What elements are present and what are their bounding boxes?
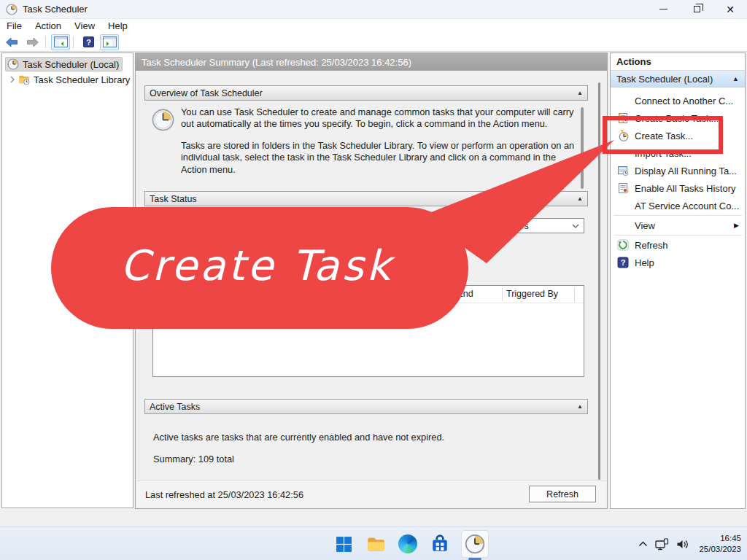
action-label: View: [635, 220, 655, 231]
main-scrollbar[interactable]: [598, 82, 600, 480]
status-period-dropdown[interactable]: Last 24 hours: [468, 218, 584, 233]
close-icon: ✕: [726, 4, 735, 15]
action-create-basic-task[interactable]: Create Basic Task...: [611, 109, 745, 127]
menu-help[interactable]: Help: [101, 20, 134, 31]
collapse-icon[interactable]: ▲: [577, 90, 583, 96]
store-icon: [430, 534, 449, 553]
show-console-tree-button[interactable]: [51, 34, 70, 50]
start-button[interactable]: [333, 533, 355, 555]
column-header-triggered-by[interactable]: Triggered By: [506, 289, 558, 299]
running-tasks-icon: [617, 165, 629, 176]
actions-separator: [614, 235, 742, 236]
action-label: Connect to Another C...: [635, 96, 733, 106]
tray-clock[interactable]: 16:45 25/03/2023: [699, 533, 741, 555]
file-explorer-icon: [366, 534, 386, 554]
action-view[interactable]: View ▶: [611, 217, 745, 234]
collapse-icon[interactable]: ▲: [577, 195, 583, 202]
volume-icon[interactable]: [676, 539, 689, 550]
overview-paragraph-2: Tasks are stored in folders in the Task …: [181, 140, 578, 176]
action-connect-to-another-computer[interactable]: Connect to Another C...: [611, 92, 745, 109]
create-basic-task-icon: [617, 112, 629, 124]
menu-view[interactable]: View: [68, 20, 101, 31]
window-title: Task Scheduler: [23, 4, 88, 15]
tree-item-task-scheduler-library[interactable]: Task Scheduler Library: [2, 72, 133, 87]
tree-item-label: Task Scheduler (Local): [23, 59, 119, 70]
submenu-arrow-icon: ▶: [734, 222, 739, 229]
collapse-icon[interactable]: ▲: [577, 403, 583, 410]
windows-logo-icon: [335, 535, 353, 553]
overview-section-title: Overview of Task Scheduler: [150, 88, 263, 98]
network-icon[interactable]: [655, 538, 669, 551]
menu-bar: File Action View Help: [0, 19, 747, 33]
back-button[interactable]: [2, 34, 21, 50]
chevron-right-icon[interactable]: [7, 76, 18, 83]
help-icon: ?: [617, 257, 629, 268]
main-panel: Task Scheduler Summary (Last refreshed: …: [135, 52, 608, 509]
actions-panel-title: Actions: [611, 53, 745, 71]
actions-group-header[interactable]: Task Scheduler (Local) ▲: [611, 71, 745, 88]
chevron-down-icon: [572, 224, 579, 228]
show-action-pane-button[interactable]: [100, 34, 119, 50]
close-button[interactable]: ✕: [713, 0, 747, 18]
action-pane-icon: [103, 36, 117, 47]
forward-arrow-icon: [26, 37, 39, 47]
restore-button[interactable]: [680, 0, 713, 18]
task-status-section-header[interactable]: Task Status ▲: [144, 191, 588, 206]
action-label: Help: [635, 257, 654, 268]
summary-header: Task Scheduler Summary (Last refreshed: …: [136, 53, 607, 71]
action-label: Refresh: [635, 240, 668, 251]
last-refreshed-text: Last refreshed at 25/03/2023 16:42:56: [145, 489, 303, 500]
tree-item-task-scheduler-local[interactable]: Task Scheduler (Local): [2, 57, 133, 71]
tray-time: 16:45: [699, 533, 741, 544]
actions-separator: [614, 215, 742, 216]
active-tasks-description: Active tasks are tasks that are currentl…: [153, 432, 444, 443]
file-explorer-button[interactable]: [365, 533, 387, 555]
action-help[interactable]: ? Help: [611, 254, 745, 271]
action-label: Create Task...: [635, 131, 693, 141]
action-import-task[interactable]: Import Task...: [611, 144, 745, 162]
menu-action[interactable]: Action: [28, 20, 68, 31]
folder-clock-icon: [18, 74, 30, 85]
action-refresh[interactable]: Refresh: [611, 236, 745, 254]
action-label: Display All Running Ta...: [635, 166, 737, 176]
column-header-run-end[interactable]: Run End: [438, 289, 473, 299]
active-tasks-section-header[interactable]: Active Tasks ▲: [144, 399, 588, 414]
menu-file[interactable]: File: [0, 20, 28, 31]
console-tree-icon: [54, 36, 68, 47]
task-scheduler-icon: [6, 4, 18, 15]
screen: Task Scheduler ✕ File Action View Help: [0, 0, 747, 560]
create-task-icon: [617, 130, 629, 141]
taskbar: 16:45 25/03/2023: [0, 526, 747, 560]
action-create-task[interactable]: Create Task...: [611, 127, 745, 144]
tray-chevron-up-icon[interactable]: [638, 541, 648, 547]
title-bar: Task Scheduler ✕: [0, 0, 747, 19]
forward-button[interactable]: [23, 34, 42, 50]
collapse-icon[interactable]: ▲: [732, 75, 739, 82]
active-tasks-section-title: Active Tasks: [150, 402, 200, 412]
action-enable-all-tasks-history[interactable]: Enable All Tasks History: [611, 179, 745, 197]
restore-icon: [694, 6, 700, 12]
actions-panel: Actions Task Scheduler (Local) ▲ Connect…: [610, 52, 746, 509]
active-tasks-summary: Summary: 109 total: [153, 454, 234, 464]
help-button[interactable]: ?: [79, 34, 98, 50]
task-status-table: Run End Triggered By: [152, 285, 584, 377]
edge-button[interactable]: [397, 533, 419, 555]
minimize-button[interactable]: [646, 0, 680, 18]
action-at-service-account[interactable]: AT Service Account Co...: [611, 197, 745, 214]
refresh-button-label: Refresh: [546, 489, 578, 499]
store-button[interactable]: [429, 533, 451, 555]
refresh-button[interactable]: Refresh: [529, 486, 596, 502]
clock-icon: [152, 109, 174, 131]
help-icon: ?: [83, 36, 94, 47]
actions-group-label: Task Scheduler (Local): [616, 74, 713, 85]
action-display-all-running-tasks[interactable]: Display All Running Ta...: [611, 162, 745, 179]
back-arrow-icon: [5, 37, 18, 47]
window-bottom-strip: [0, 509, 747, 526]
tasks-history-icon: [617, 182, 629, 194]
overview-scrollbar[interactable]: [581, 107, 584, 189]
task-scheduler-taskbar-button[interactable]: [461, 530, 489, 558]
minimize-icon: [659, 9, 667, 9]
edge-icon: [398, 534, 417, 553]
overview-section-header[interactable]: Overview of Task Scheduler ▲: [144, 85, 588, 101]
overview-paragraph-1: You can use Task Scheduler to create and…: [181, 106, 578, 131]
